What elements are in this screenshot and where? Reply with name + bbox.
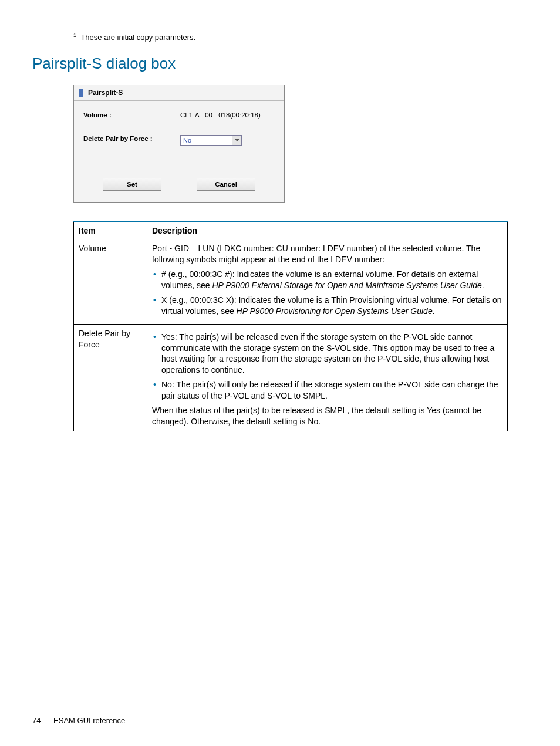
pairsplit-dialog: Pairsplit-S Volume : CL1-A - 00 - 018(00…	[73, 85, 285, 203]
list-item: No: The pair(s) will only be released if…	[152, 379, 502, 401]
section-heading: Pairsplit-S dialog box	[32, 55, 528, 73]
volume-label: Volume :	[83, 112, 180, 119]
volume-row: Volume : CL1-A - 00 - 018(00:20:18)	[83, 112, 275, 119]
delete-force-select[interactable]: No	[180, 135, 242, 146]
page-number: 74	[32, 716, 41, 725]
volume-value: CL1-A - 00 - 018(00:20:18)	[180, 112, 275, 119]
desc-cell: Port - GID – LUN (LDKC number: CU number…	[147, 239, 508, 324]
chevron-down-icon	[232, 136, 241, 145]
list-item: Yes: The pair(s) will be released even i…	[152, 332, 502, 376]
page-footer: 74 ESAM GUI reference	[32, 716, 125, 725]
col-item: Item	[74, 222, 147, 239]
dialog-button-row: Set Cancel	[83, 178, 275, 191]
delete-force-value: No	[183, 137, 191, 144]
title-marker-icon	[79, 89, 83, 97]
item-cell: Volume	[74, 239, 147, 324]
footnote-text: These are initial copy parameters.	[80, 33, 195, 42]
description-table: Item Description Volume Port - GID – LUN…	[73, 221, 508, 431]
dialog-body: Volume : CL1-A - 00 - 018(00:20:18) Dele…	[74, 100, 284, 202]
footnote-number: 1	[73, 32, 76, 38]
delete-bullets: Yes: The pair(s) will be released even i…	[152, 332, 502, 401]
table-header-row: Item Description	[74, 222, 508, 239]
item-cell: Delete Pair by Force	[74, 324, 147, 431]
list-item: X (e.g., 00:00:3C X): Indicates the volu…	[152, 295, 502, 317]
cancel-button[interactable]: Cancel	[197, 178, 255, 191]
col-desc: Description	[147, 222, 508, 239]
delete-trail: When the status of the pair(s) to be rel…	[152, 405, 502, 427]
desc-cell: Yes: The pair(s) will be released even i…	[147, 324, 508, 431]
volume-bullets: # (e.g., 00:00:3C #): Indicates the volu…	[152, 269, 502, 317]
dialog-titlebar: Pairsplit-S	[74, 85, 284, 100]
dialog-title-text: Pairsplit-S	[88, 89, 123, 97]
delete-label: Delete Pair by Force :	[83, 135, 180, 146]
footnote: 1 These are initial copy parameters.	[73, 32, 528, 42]
table-row: Delete Pair by Force Yes: The pair(s) wi…	[74, 324, 508, 431]
delete-row: Delete Pair by Force : No	[83, 135, 275, 146]
list-item: # (e.g., 00:00:3C #): Indicates the volu…	[152, 269, 502, 291]
chapter-name: ESAM GUI reference	[53, 716, 125, 725]
table-row: Volume Port - GID – LUN (LDKC number: CU…	[74, 239, 508, 324]
volume-intro: Port - GID – LUN (LDKC number: CU number…	[152, 243, 502, 265]
set-button[interactable]: Set	[103, 178, 161, 191]
